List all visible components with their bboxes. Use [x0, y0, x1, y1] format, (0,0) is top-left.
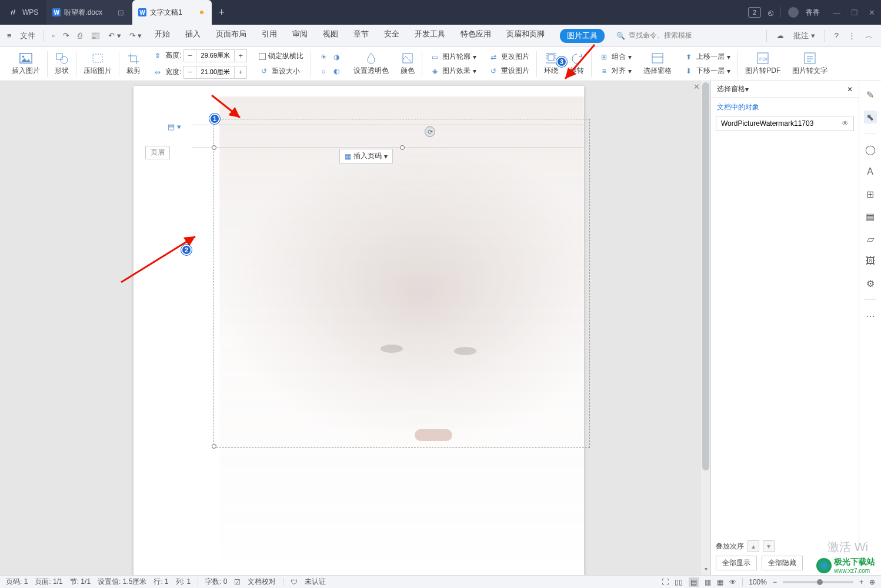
status-row[interactable]: 行: 1	[153, 577, 168, 587]
print-icon[interactable]: ⎙	[78, 31, 82, 40]
user-avatar[interactable]	[788, 7, 799, 18]
book-view-icon[interactable]: ▯▯	[675, 578, 683, 586]
apparel-icon[interactable]: ⎋	[768, 8, 773, 18]
align-button[interactable]: ≡对齐 ▾	[599, 66, 632, 76]
outline-view-icon[interactable]: ▥	[705, 578, 711, 586]
menu-reference[interactable]: 引用	[262, 29, 277, 43]
cert-icon[interactable]: 🛡	[291, 578, 298, 586]
menu-insert[interactable]: 插入	[185, 29, 201, 43]
scrollbar-thumb[interactable]	[702, 82, 709, 470]
decrement-button[interactable]: −	[184, 50, 196, 62]
status-wordcount[interactable]: 字数: 0	[205, 577, 227, 587]
read-view-icon[interactable]: 👁	[729, 578, 736, 586]
zoom-knob[interactable]	[817, 579, 823, 585]
width-input[interactable]	[196, 66, 235, 78]
zoom-in-button[interactable]: +	[859, 578, 863, 586]
increment-button[interactable]: +	[235, 66, 246, 78]
move-up-button[interactable]: ⬆上移一层 ▾	[683, 52, 730, 62]
menu-headerfooter[interactable]: 页眉和页脚	[506, 29, 545, 43]
zoom-out-button[interactable]: −	[773, 578, 777, 586]
selection-pane-button[interactable]: 选择窗格	[638, 52, 678, 76]
canvas[interactable]: ✕ ▤ ▾ 页眉 ▦ 插入页码 ▾ ⟳ ▴	[0, 81, 710, 575]
status-section[interactable]: 节: 1/1	[70, 577, 91, 587]
new-tab-button[interactable]: +	[212, 2, 232, 22]
menu-chapter[interactable]: 章节	[353, 29, 369, 43]
menu-pagelayout[interactable]: 页面布局	[216, 29, 246, 43]
select-icon[interactable]: ⬉	[864, 111, 877, 123]
scroll-down-icon[interactable]: ▾	[701, 566, 710, 575]
proof-icon[interactable]: ☑	[234, 578, 241, 586]
visibility-icon[interactable]: 👁	[842, 119, 849, 128]
contrast-up-icon[interactable]: ◑	[331, 52, 342, 62]
shape-button[interactable]: 形状	[49, 52, 75, 76]
status-cert[interactable]: 未认证	[305, 577, 326, 587]
zoom-value[interactable]: 100%	[749, 578, 767, 586]
menu-featured[interactable]: 特色应用	[460, 29, 491, 43]
status-proof[interactable]: 文档校对	[248, 577, 276, 587]
header-doc-icon[interactable]: ▤ ▾	[168, 122, 181, 131]
maximize-button[interactable]: ☐	[851, 8, 858, 17]
command-search[interactable]: 🔍 查找命令、搜索模板	[616, 31, 692, 41]
reset-pic-button[interactable]: ↺重设图片	[488, 66, 529, 76]
gear-icon[interactable]: ⚙	[864, 277, 877, 290]
stack-down-button[interactable]: ▾	[763, 540, 775, 552]
page-view-icon[interactable]: ▤	[689, 577, 699, 587]
menu-view[interactable]: 视图	[323, 29, 338, 43]
shape-tool-icon[interactable]: ◯	[864, 143, 877, 156]
minimize-button[interactable]: —	[833, 8, 840, 17]
brightness-up-icon[interactable]: ☀	[318, 52, 329, 62]
rotate-button[interactable]: 旋转	[564, 52, 590, 76]
status-setval[interactable]: 设置值: 1.5厘米	[98, 577, 146, 587]
height-input[interactable]	[196, 50, 235, 62]
image-tool-icon[interactable]: 🖼	[864, 255, 877, 268]
group-button[interactable]: ⊞组合 ▾	[599, 52, 632, 62]
pic-to-pdf-button[interactable]: PDF 图片转PDF	[739, 52, 786, 76]
fit-icon[interactable]: ⊕	[869, 578, 875, 586]
close-button[interactable]: ✕	[869, 8, 875, 17]
selection-handle[interactable]	[212, 145, 216, 150]
print-preview-icon[interactable]: 📰	[91, 31, 100, 40]
undo-icon[interactable]: ↶ ▾	[108, 31, 121, 40]
hamburger-icon[interactable]: ≡	[7, 31, 12, 40]
stack-up-button[interactable]: ▴	[747, 540, 759, 552]
tab-active[interactable]: W 文字文稿1	[132, 0, 212, 25]
pane-close-icon[interactable]: ✕	[847, 85, 853, 93]
fullscreen-icon[interactable]: ⛶	[662, 578, 669, 586]
web-view-icon[interactable]: ▦	[717, 578, 723, 586]
cloud-icon[interactable]: ☁	[776, 31, 784, 40]
move-down-button[interactable]: ⬇下移一层 ▾	[683, 66, 730, 76]
pen-icon[interactable]: ✎	[864, 88, 877, 101]
menu-devtools[interactable]: 开发工具	[415, 29, 445, 43]
lock-ratio-checkbox[interactable]: 锁定纵横比	[259, 51, 303, 61]
collapse-ribbon-icon[interactable]: ︿	[865, 31, 873, 41]
reset-size-button[interactable]: ↺ 重设大小	[259, 66, 300, 76]
show-all-button[interactable]: 全部显示	[716, 556, 757, 570]
compress-button[interactable]: 压缩图片	[78, 52, 118, 76]
redo2-icon[interactable]: ↷ ▾	[129, 31, 142, 40]
effect-button[interactable]: ◈图片效果 ▾	[429, 66, 476, 76]
pic-to-text-button[interactable]: 图片转文字	[786, 52, 833, 76]
grid-icon[interactable]: ⊞	[864, 188, 877, 201]
outline-button[interactable]: ▭图片轮廓 ▾	[429, 52, 476, 62]
status-col[interactable]: 列: 1	[176, 577, 191, 587]
comments-button[interactable]: 批注 ▾	[793, 31, 815, 41]
brightness-down-icon[interactable]: ☼	[318, 66, 329, 76]
zoom-slider[interactable]	[783, 581, 853, 583]
tab-monitor-icon[interactable]: ⊡	[118, 8, 124, 17]
object-row[interactable]: WordPictureWatermark11703 👁	[716, 116, 854, 131]
status-pagecode[interactable]: 页码: 1	[6, 577, 28, 587]
color-button[interactable]: 颜色	[395, 52, 421, 76]
transparent-color-button[interactable]: 设置透明色	[348, 52, 395, 76]
panel-icon[interactable]: ▱	[864, 232, 877, 245]
canvas-close-icon[interactable]: ✕	[693, 82, 700, 91]
selection-handle[interactable]	[212, 444, 216, 449]
redo-icon[interactable]: ↷	[63, 31, 69, 40]
menu-start[interactable]: 开始	[155, 29, 170, 43]
decrement-button[interactable]: −	[184, 66, 196, 78]
status-page[interactable]: 页面: 1/1	[35, 577, 62, 587]
more-icon[interactable]: ⋮	[848, 31, 856, 40]
menu-picturetools[interactable]: 图片工具	[560, 29, 605, 43]
help-icon[interactable]: ?	[835, 31, 839, 40]
width-spinner[interactable]: − +	[183, 66, 247, 79]
selection-handle[interactable]	[400, 145, 405, 150]
